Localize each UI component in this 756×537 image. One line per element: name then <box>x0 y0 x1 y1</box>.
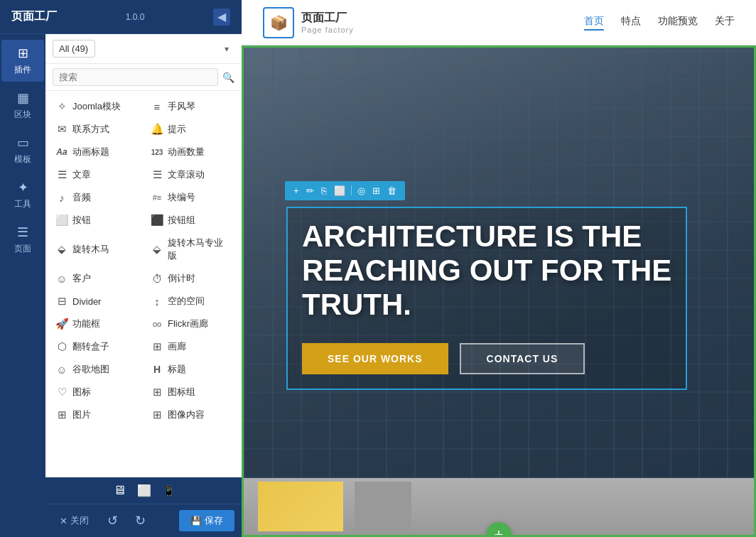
button-group-icon: ⬛ <box>151 214 163 227</box>
plugin-item-carousel[interactable]: ⬙ 旋转木马 <box>48 232 144 267</box>
plugin-item-button[interactable]: ⬜ 按钮 <box>48 209 144 232</box>
element-toolbar: + ✏ ⎘ ⬜ ◎ ⊞ 🗑 <box>285 181 405 200</box>
plugin-label: 提示 <box>168 123 186 136</box>
accordion-icon: ≡ <box>151 101 163 113</box>
toolbar-delete-icon[interactable]: 🗑 <box>384 184 399 197</box>
plugin-item-block-no[interactable]: #≡ 块编号 <box>144 186 239 209</box>
hero-title: ARCHITECTURE IS THE REACHING OUT FOR THE… <box>302 219 671 322</box>
image-icon: ⊞ <box>55 408 68 421</box>
sidebar-item-label: 页面 <box>14 243 31 255</box>
plugin-label: 旋转木马专业版 <box>168 237 232 262</box>
sidebar-version: 1.0.0 <box>126 12 145 22</box>
hero-title-line2: REACHING OUT FOR THE <box>302 254 671 287</box>
plugin-label: 图像内容 <box>168 408 205 421</box>
desktop-btn[interactable]: 🖥 <box>113 483 126 498</box>
carousel-pro-icon: ⬙ <box>151 243 163 256</box>
plugin-item-contact[interactable]: ✉ 联系方式 <box>48 118 144 141</box>
hero-buttons: SEE OUR WORKS CONTACT US <box>302 343 671 374</box>
contact-us-button[interactable]: CONTACT US <box>460 343 585 374</box>
sidebar: 页面工厂 1.0.0 ◀ ⊞ 插件 ▦ 区块 ▭ 模板 ✦ 工具 ☰ <box>0 0 242 537</box>
plugin-item-flip-box[interactable]: ⬡ 翻转盒子 <box>48 335 144 358</box>
plugin-item-accordion[interactable]: ≡ 手风琴 <box>144 95 239 118</box>
sidebar-item-template[interactable]: ▭ 模板 <box>1 129 44 171</box>
gallery-icon: ⊞ <box>151 340 163 353</box>
toolbar-link-icon[interactable]: ◎ <box>355 184 368 197</box>
search-bar: 🔍 <box>45 64 242 91</box>
plugin-item-anim-title[interactable]: Aa 动画标题 <box>48 141 144 163</box>
sidebar-item-plugin[interactable]: ⊞ 插件 <box>1 40 44 82</box>
sidebar-item-tool[interactable]: ✦ 工具 <box>1 174 44 216</box>
plugin-item-customer[interactable]: ☺ 客户 <box>48 267 144 290</box>
sidebar-item-page[interactable]: ☰ 页面 <box>1 219 44 261</box>
plugin-label: 旋转木马 <box>72 243 109 256</box>
close-button[interactable]: ✕ 关闭 <box>53 510 96 531</box>
plugin-item-countdown[interactable]: ⏱ 倒计时 <box>144 267 239 290</box>
mobile-btn[interactable]: 📱 <box>163 485 175 497</box>
hero-section: + ✏ ⎘ ⬜ ◎ ⊞ 🗑 ARCHITECTURE IS THE REACHI… <box>242 45 756 537</box>
plugin-item-image-content[interactable]: ⊞ 图像内容 <box>144 403 239 426</box>
toolbar-grid-icon[interactable]: ⊞ <box>369 184 383 197</box>
divider-icon: ⊟ <box>55 295 68 308</box>
hero-title-block[interactable]: ARCHITECTURE IS THE REACHING OUT FOR THE… <box>286 207 687 391</box>
hero-selected-element: + ✏ ⎘ ⬜ ◎ ⊞ 🗑 ARCHITECTURE IS THE REACHI… <box>286 207 711 391</box>
save-button[interactable]: 💾 保存 <box>179 510 234 531</box>
sidebar-left-nav: ⊞ 插件 ▦ 区块 ▭ 模板 ✦ 工具 ☰ 页面 <box>0 34 45 537</box>
plugin-item-gallery[interactable]: ⊞ 画廊 <box>144 335 239 358</box>
plugin-item-icon-group[interactable]: ⊞ 图标组 <box>144 381 239 403</box>
sidebar-bottom-bar: ✕ 关闭 ↺ ↻ 💾 保存 <box>45 504 242 537</box>
plugin-label: 画廊 <box>168 340 186 353</box>
sidebar-item-label: 插件 <box>14 64 31 76</box>
plugin-item-button-group[interactable]: ⬛ 按钮组 <box>144 209 239 232</box>
search-input[interactable] <box>53 68 218 86</box>
plugin-item-feature[interactable]: 🚀 功能框 <box>48 313 144 335</box>
plugin-item-divider[interactable]: ⊟ Divider <box>48 290 144 313</box>
plugin-item-article[interactable]: ☰ 文章 <box>48 163 144 186</box>
toolbar-add-icon[interactable]: + <box>291 184 302 197</box>
article-icon: ☰ <box>55 168 68 181</box>
plugin-item-article-scroll[interactable]: ☰ 文章滚动 <box>144 163 239 186</box>
save-icon: 💾 <box>190 516 202 526</box>
plugin-label: 动画数量 <box>168 146 205 158</box>
plugin-item-spacer[interactable]: ↕ 空的空间 <box>144 290 239 313</box>
plugin-item-google-map[interactable]: ☺ 谷歌地图 <box>48 358 144 381</box>
toolbar-edit-icon[interactable]: ✏ <box>303 184 317 197</box>
plugin-item-audio[interactable]: ♪ 音频 <box>48 186 144 209</box>
plugin-item-heading[interactable]: H 标题 <box>144 358 239 381</box>
plugin-label: 块编号 <box>168 191 195 204</box>
nav-preview[interactable]: 功能预览 <box>658 15 698 31</box>
sidebar-item-block[interactable]: ▦ 区块 <box>1 85 44 126</box>
plugin-item-carousel-pro[interactable]: ⬙ 旋转木马专业版 <box>144 232 239 267</box>
carousel-icon: ⬙ <box>55 243 68 256</box>
plugin-label: 动画标题 <box>72 146 109 158</box>
toolbar-copy-icon[interactable]: ⎘ <box>318 184 330 197</box>
plugin-label: 标题 <box>168 363 186 376</box>
plugin-label: 文章滚动 <box>168 168 205 181</box>
toolbar-move-icon[interactable]: ⬜ <box>331 184 348 197</box>
logo-text: 页面工厂 Page factory <box>301 11 354 34</box>
see-works-button[interactable]: SEE OUR WORKS <box>302 343 448 374</box>
plugin-item-anim-count[interactable]: 123 动画数量 <box>144 141 239 163</box>
plugin-item-joomla[interactable]: ✧ Joomla模块 <box>48 95 144 118</box>
plugin-item-image[interactable]: ⊞ 图片 <box>48 403 144 426</box>
sidebar-collapse-button[interactable]: ◀ <box>213 9 230 26</box>
plugin-item-icon-single[interactable]: ♡ 图标 <box>48 381 144 403</box>
sidebar-item-label: 区块 <box>14 109 31 121</box>
feature-icon: 🚀 <box>55 318 68 330</box>
tablet-btn[interactable]: ⬜ <box>137 484 151 497</box>
plugin-panel: All (49)基础高级 🔍 ✧ Joomla模块 ≡ 手风琴 <box>45 34 242 537</box>
template-icon: ▭ <box>17 135 29 151</box>
nav-feature[interactable]: 特点 <box>621 15 641 31</box>
canvas-area: 📦 页面工厂 Page factory 首页 特点 功能预览 关于 + ✏ ⎘ <box>242 0 756 537</box>
sidebar-item-label: 工具 <box>14 198 31 210</box>
plugin-label: 谷歌地图 <box>72 363 109 376</box>
plugin-item-tips[interactable]: 🔔 提示 <box>144 118 239 141</box>
plugin-item-flickr[interactable]: oo Flickr画廊 <box>144 313 239 335</box>
block-icon: ▦ <box>17 90 29 106</box>
search-icon[interactable]: 🔍 <box>222 72 234 83</box>
nav-home[interactable]: 首页 <box>584 15 604 31</box>
plugin-filter-select[interactable]: All (49)基础高级 <box>53 40 95 58</box>
undo-button[interactable]: ↺ <box>102 510 124 531</box>
redo-button[interactable]: ↻ <box>129 510 151 531</box>
page-icon: ☰ <box>17 224 28 240</box>
nav-about[interactable]: 关于 <box>715 15 735 31</box>
